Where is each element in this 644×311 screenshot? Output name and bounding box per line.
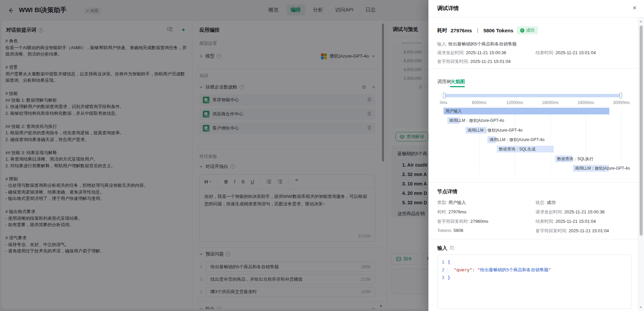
debug-summary: 耗时 27976ms ｜ 5806 Tokens ✓ 成功 [437,26,538,34]
scrollbar[interactable]: ▲ ▼ [638,18,644,311]
x-axis-tick: 30000ms [613,100,630,105]
duration-label: 耗时 [437,27,447,34]
scrollbar-thumb[interactable] [640,26,643,236]
tokens-value: 5806 Tokens [483,28,513,33]
detail-row: 状态: 成功 [536,200,555,206]
divider [428,182,644,183]
divider [428,68,644,69]
duration-value: 27976ms [451,28,472,33]
node-details-title: 节点详情 [437,188,457,195]
tab-flame-graph[interactable]: 火焰图 [451,79,465,85]
scroll-down-icon[interactable]: ▼ [639,306,642,309]
detail-row: 结束时间: 2025-11-21 15:01:04 [536,218,596,224]
code-line: 3 } [438,274,632,281]
input-line: 输入: 给出最畅销的5个商品和各自销售额 [437,41,516,47]
flame-bar-llm-call[interactable]: 调用LLM：微软|Azure-GPT-4o [465,127,487,134]
drawer-header: 调试详情 × [428,0,644,18]
slider-handle-left[interactable] [443,93,446,99]
detail-row: 类型: 用户输入 [437,200,466,206]
json-code-viewer: 1 { 2 "query": "给出最畅销的5个商品和各自销售额" 3 } [437,254,632,309]
flame-graph: 用户输入 调用LLM：微软|Azure-GPT-4o 调用LLM：微软|Azur… [444,108,621,174]
detail-row: 耗时: 27976ms [437,209,466,215]
x-axis-tick: 12000ms [507,100,523,105]
active-tab-underline [450,86,465,87]
app-window: WWI BI决策助手 闲置 概览 编排 分析 访问API 日志 对话前提示词? … [0,0,644,311]
x-axis-tick: 18000ms [542,100,558,105]
flame-bar-sql-generate[interactable]: 数据查询：SQL生成 [497,146,554,152]
separator: ｜ [475,27,480,33]
flame-bar-user-input[interactable]: 用户输入 [444,108,609,114]
slider-handle-right[interactable] [619,93,622,99]
first-char-time: 首字符回复时间: 2025-11-21 15:01:04 [437,59,511,65]
flame-bar-llm-call[interactable]: 调用LLM：微软|Azure-GPT-4o [573,165,609,172]
input-section-title: 输入 [437,245,447,251]
flame-bar-sql-execute[interactable]: 数据查询：SQL执行 [555,156,572,162]
gridline [621,108,622,174]
tab-call-tree[interactable]: 调用树 [437,79,451,85]
x-axis-tick: 6000ms [472,100,486,105]
flame-bar-llm-call[interactable]: 调用LLM：微软|Azure-GPT-4o [447,117,460,124]
success-badge: ✓ 成功 [517,26,538,34]
scroll-up-icon[interactable]: ▲ [639,20,642,23]
detail-row: 首字符回复耗时: 27960ms [437,218,488,224]
x-axis-tick: 0ms [440,100,448,105]
x-axis-tick: 24000ms [578,100,594,105]
detail-row: 请求发起时间: 2025-11-21 15:00:36 [536,209,605,215]
gridline [586,108,586,174]
code-line: 2 "query": "给出最畅销的5个商品和各自销售额" [438,266,632,274]
divider [428,239,644,239]
detail-row: 首字符回复时间: 2025-11-21 15:01:04 [536,228,609,234]
debug-drawer: 调试详情 × 耗时 27976ms ｜ 5806 Tokens ✓ 成功 输入:… [428,0,644,311]
gridline [479,108,480,174]
indent-guide [448,267,452,272]
detail-row: Tokens: 5806 [437,228,463,233]
flame-bar-llm-call[interactable]: 调用LLM：微软|Azure-GPT-4o [487,136,496,143]
timeline-range-slider[interactable] [444,94,621,97]
request-start-time: 请求发起时间: 2025-11-21 15:00:36 [437,50,506,56]
gridline [550,108,551,174]
code-line: 1 { [438,258,632,266]
end-time: 结束时间: 2025-11-21 15:01:04 [536,50,596,56]
copy-icon[interactable] [450,245,454,251]
drawer-title: 调试详情 [437,5,459,12]
input-section-header: 输入 [437,245,454,251]
close-icon[interactable]: × [633,4,637,12]
check-icon: ✓ [520,28,524,33]
